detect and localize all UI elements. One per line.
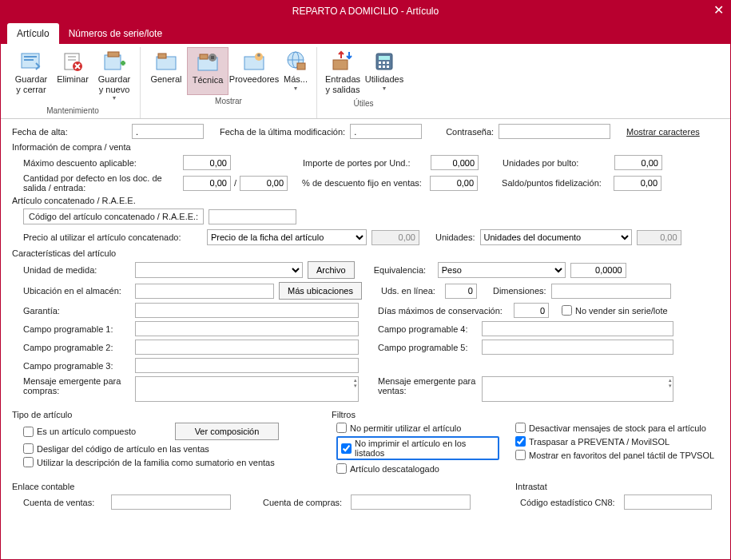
ribbon-group-mostrar: General Técnica Proveedores Más... ▾ Mos… — [141, 47, 317, 118]
section-caracteristicas: Características del artículo — [12, 248, 719, 258]
svg-rect-23 — [297, 63, 305, 70]
campo1-field[interactable] — [135, 321, 359, 336]
precio-concat-select[interactable]: Precio de la ficha del artículo — [207, 229, 367, 245]
label-contrasena: Contraseña: — [446, 127, 494, 137]
label-campo5: Campo programable 5: — [378, 343, 482, 352]
msg-compras-field[interactable] — [135, 376, 359, 402]
cta-compras-field[interactable] — [351, 494, 471, 510]
compuesto-checkbox[interactable]: Es un artículo compuesto — [23, 427, 175, 437]
cant-def-entrada-field[interactable] — [240, 176, 288, 191]
label-unidad-medida: Unidad de medida: — [23, 265, 135, 275]
ribbon-tecnica[interactable]: Técnica — [187, 47, 228, 95]
tab-strip: Artículo Números de serie/lote — [1, 22, 730, 44]
ribbon-entradas-salidas[interactable]: Entradas y salidas — [322, 47, 364, 97]
desactivar-stock-checkbox[interactable]: Desactivar mensajes de stock para el art… — [515, 423, 706, 433]
unidades-concat-value — [637, 230, 681, 245]
equivalencia-select[interactable]: Peso — [438, 262, 566, 278]
label-equivalencia: Equivalencia: — [374, 265, 438, 275]
svg-rect-9 — [105, 55, 121, 70]
garantia-field[interactable] — [135, 303, 359, 318]
cta-ventas-field[interactable] — [111, 494, 231, 510]
ribbon-mas[interactable]: Más... ▾ — [280, 47, 312, 95]
label-cant-defecto: Cantidad por defecto en los doc. de sali… — [23, 173, 183, 193]
pct-desc-field[interactable] — [430, 176, 478, 191]
section-tipo: Tipo de artículo — [12, 410, 316, 419]
svg-rect-14 — [200, 54, 208, 59]
mas-ubicaciones-button[interactable]: Más ubicaciones — [279, 282, 362, 300]
tab-articulo[interactable]: Artículo — [7, 23, 59, 44]
und-bulto-field[interactable] — [614, 155, 662, 170]
dias-cons-field[interactable] — [514, 303, 549, 318]
campo4-field[interactable] — [482, 321, 673, 336]
archivo-button[interactable]: Archivo — [308, 261, 355, 279]
fecha-mod-field[interactable] — [350, 124, 422, 139]
slash-sep: / — [234, 178, 236, 188]
cn8-field[interactable] — [624, 494, 712, 510]
mas-icon — [283, 50, 308, 73]
ribbon-general[interactable]: General — [145, 47, 187, 95]
svg-rect-32 — [387, 66, 389, 68]
campo3-field[interactable] — [135, 358, 359, 373]
label-campo3: Campo programable 3: — [23, 361, 135, 371]
label-msg-compras: Mensaje emergente para compras: — [23, 376, 135, 395]
unidad-medida-select[interactable] — [135, 262, 303, 278]
label-garantia: Garantía: — [23, 306, 135, 316]
desligar-checkbox[interactable]: Desligar del código de artículo en las v… — [23, 443, 209, 454]
no-permitir-checkbox[interactable]: No permitir utilizar el artículo — [336, 423, 461, 433]
no-vender-checkbox[interactable]: No vender sin serie/lote — [562, 305, 668, 316]
imp-portes-field[interactable] — [431, 155, 479, 170]
unidades-concat-select[interactable]: Unidades del documento — [480, 229, 632, 245]
section-enlace: Enlace contable — [12, 482, 499, 491]
traspasar-checkbox[interactable]: Traspasar a PREVENTA / MovilSOL — [515, 436, 669, 447]
svg-rect-28 — [383, 62, 385, 64]
ribbon-group-label-mostrar: Mostrar — [215, 95, 242, 107]
entradas-icon — [330, 50, 356, 73]
svg-rect-16 — [211, 56, 214, 59]
mostrar-caracteres-link[interactable]: Mostrar caracteres — [626, 127, 700, 137]
campo5-field[interactable] — [482, 340, 673, 355]
dimensiones-field[interactable] — [551, 284, 671, 299]
tecnica-icon — [195, 51, 220, 73]
label-cn8: Código estadístico CN8: — [520, 498, 624, 507]
label-campo4: Campo programable 4: — [378, 324, 482, 334]
ribbon-eliminar[interactable]: Eliminar — [52, 47, 93, 105]
ribbon-guardar-cerrar[interactable]: Guardar y cerrar — [10, 47, 52, 105]
ubicacion-field[interactable] — [135, 284, 274, 299]
label-ubicacion: Ubicación en el almacén: — [23, 286, 135, 296]
form-content: Fecha de alta: Fecha de la última modifi… — [1, 119, 730, 518]
svg-point-19 — [257, 54, 260, 57]
descatalogado-checkbox[interactable]: Artículo descatalogado — [336, 463, 439, 474]
svg-rect-12 — [158, 54, 166, 58]
no-imprimir-checkbox[interactable]: No imprimir el artículo en los listados — [341, 439, 495, 458]
general-icon — [153, 50, 179, 73]
saldo-field[interactable] — [614, 176, 661, 191]
contrasena-field[interactable] — [499, 124, 610, 139]
campo2-field[interactable] — [135, 340, 359, 355]
ver-composicion-button[interactable]: Ver composición — [175, 423, 279, 440]
title-bar: REPARTO A DOMICILIO - Artículo ✕ — [1, 1, 730, 22]
cant-def-salida-field[interactable] — [183, 176, 231, 191]
utilidades-icon — [371, 50, 397, 73]
close-icon[interactable]: ✕ — [713, 2, 724, 18]
label-unidades-concat: Unidades: — [435, 232, 475, 242]
max-desc-field[interactable] — [183, 155, 231, 170]
mostrar-fav-checkbox[interactable]: Mostrar en favoritos del panel táctil de… — [515, 450, 714, 460]
ribbon-guardar-nuevo[interactable]: Guardar y nuevo ▾ — [93, 47, 135, 105]
label-fecha-alta: Fecha de alta: — [12, 127, 132, 137]
equivalencia-value[interactable] — [570, 263, 626, 278]
label-cod-concatenado: Código del artículo concatenado / R.A.E.… — [23, 209, 204, 224]
usar-desc-familia-checkbox[interactable]: Utilizar la descripción de la familia co… — [23, 457, 275, 467]
ribbon-utilidades[interactable]: Utilidades ▾ — [364, 47, 405, 97]
uds-linea-field[interactable] — [445, 284, 477, 299]
delete-icon — [60, 50, 85, 73]
fecha-alta-field[interactable] — [132, 124, 204, 139]
ribbon-proveedores[interactable]: Proveedores — [228, 47, 280, 95]
section-concatenado: Artículo concatenado / R.A.E.E. — [12, 196, 719, 205]
tab-series[interactable]: Números de serie/lote — [59, 23, 172, 44]
label-dias-cons: Días máximos de conservación: — [378, 306, 514, 316]
label-fecha-mod: Fecha de la última modificación: — [220, 127, 345, 137]
svg-rect-10 — [108, 52, 119, 57]
cod-concatenado-field[interactable] — [209, 209, 296, 224]
msg-ventas-field[interactable] — [482, 376, 673, 402]
ribbon: Guardar y cerrar Eliminar Guardar y nuev… — [1, 44, 730, 119]
